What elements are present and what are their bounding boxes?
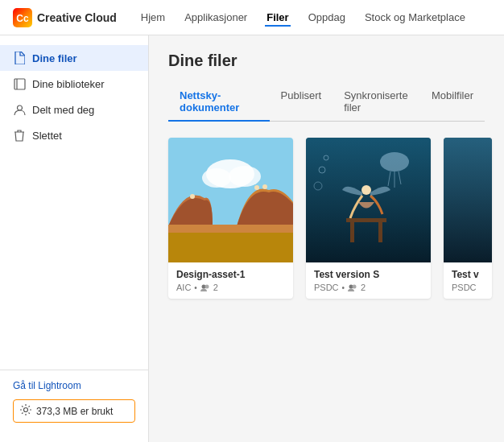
page-title: Dine filer [168,52,485,70]
sidebar-bottom: Gå til Lightroom 373,3 MB er brukt [0,370,148,432]
sidebar-item-delt-med-deg[interactable]: Delt med deg [0,97,148,122]
file-info-test-version-s: Test version S PSDC • 2 [306,262,431,299]
file-meta-design-asset-1: AIC • 2 [176,283,285,292]
file-info-design-asset-1: Design-asset-1 AIC • 2 [168,262,293,299]
storage-label: 373,3 MB er brukt [36,406,113,417]
nav-hjem[interactable]: Hjem [139,8,167,27]
svg-rect-18 [306,138,431,262]
svg-point-12 [190,194,195,199]
file-card-test-v-partial[interactable]: Test v PSDC [444,138,492,299]
file-grid: Design-asset-1 AIC • 2 [168,138,485,299]
nav-oppdag[interactable]: Oppdag [307,8,347,27]
sidebar-label-dine-biblioteker: Dine biblioteker [32,78,105,90]
collaborators-count-2: 2 [361,283,366,292]
nav-stock[interactable]: Stock og Marketplace [363,8,467,27]
file-info-partial: Test v PSDC [444,262,492,299]
file-type-design-asset-1: AIC [176,283,191,292]
svg-rect-24 [346,218,386,222]
sidebar-items: Dine filer Dine biblioteker [0,45,148,370]
creative-cloud-logo-icon: Cc [13,8,32,27]
svg-point-16 [204,285,209,289]
collaborators-icon-2 [348,283,357,291]
file-thumbnail-design-asset-1 [168,138,293,262]
person-icon [13,103,26,116]
lightroom-link[interactable]: Gå til Lightroom [13,380,135,391]
sidebar-item-dine-biblioteker[interactable]: Dine biblioteker [0,71,148,97]
storage-button[interactable]: 373,3 MB er brukt [13,399,135,423]
svg-point-14 [262,184,267,189]
tab-synkroniserte[interactable]: Synkroniserte filer [333,83,420,122]
svg-point-5 [24,408,28,412]
file-tabs: Nettsky-dokumenter Publisert Synkroniser… [168,83,485,122]
svg-point-23 [361,185,371,195]
svg-rect-33 [444,138,492,262]
svg-rect-25 [350,222,354,242]
tab-publisert[interactable]: Publisert [270,83,333,122]
app-logo[interactable]: Cc Creative Cloud [13,8,117,27]
tab-nettsky[interactable]: Nettsky-dokumenter [168,83,270,122]
sidebar: Dine filer Dine biblioteker [0,35,149,442]
nav-applikasjoner[interactable]: Applikasjoner [183,8,249,27]
main-layout: Dine filer Dine biblioteker [0,35,504,442]
nav-filer[interactable]: Filer [265,8,290,27]
app-name: Creative Cloud [37,11,117,24]
top-nav: Cc Creative Cloud Hjem Applikasjoner Fil… [0,0,504,35]
sidebar-label-slettet: Slettet [32,130,62,142]
file-type-partial: PSDC [452,283,477,292]
file-card-test-version-s[interactable]: Test version S PSDC • 2 [306,138,431,299]
tab-mobilfiler[interactable]: Mobilfiler [420,83,485,122]
svg-point-31 [353,285,357,289]
sidebar-item-slettet[interactable]: Slettet [0,122,148,148]
sidebar-item-dine-filer[interactable]: Dine filer [0,45,148,71]
sidebar-label-delt-med-deg: Delt med deg [32,104,94,116]
file-thumbnail-test-version-s [306,138,431,262]
svg-rect-26 [378,222,382,242]
file-name-partial: Test v [452,269,484,280]
file-name-test-version-s: Test version S [314,269,423,280]
file-meta-partial: PSDC [452,283,484,292]
svg-point-9 [229,166,261,187]
svg-rect-2 [14,79,25,89]
svg-text:Cc: Cc [16,13,29,24]
meta-dot-1: • [194,283,197,292]
collaborators-count-1: 2 [213,283,218,292]
svg-point-13 [254,185,259,190]
content-area: Dine filer Nettsky-dokumenter Publisert … [149,35,504,442]
file-name-design-asset-1: Design-asset-1 [176,269,285,280]
file-thumbnail-partial [444,138,492,262]
file-meta-test-version-s: PSDC • 2 [314,283,423,292]
svg-rect-11 [168,233,293,262]
file-type-test-version-s: PSDC [314,283,339,292]
file-icon [13,52,26,64]
trash-icon [13,129,26,142]
file-card-design-asset-1[interactable]: Design-asset-1 AIC • 2 [168,138,293,299]
collaborators-icon-1 [200,283,210,291]
meta-dot-2: • [342,283,345,292]
svg-point-8 [202,168,231,188]
book-icon [13,77,26,90]
gear-icon [20,404,31,418]
sidebar-label-dine-filer: Dine filer [32,52,77,64]
svg-point-19 [380,152,409,171]
svg-point-4 [17,105,22,110]
